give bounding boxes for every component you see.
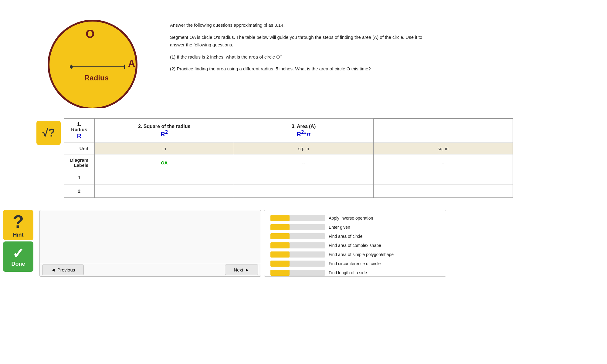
- svg-text:O: O: [86, 28, 95, 40]
- svg-text:Radius: Radius: [84, 74, 109, 82]
- hint-button[interactable]: ? Hint: [3, 210, 33, 240]
- row-1-input-1[interactable]: [101, 175, 228, 180]
- row-1-cell-1[interactable]: [95, 171, 234, 184]
- col-header-2: 2. Square of the radius R2: [95, 119, 234, 143]
- description: Answer the following questions approxima…: [170, 12, 431, 77]
- data-row-2: 2: [64, 184, 513, 198]
- legend-item-4: Find area of simple polygon/shape: [270, 251, 440, 258]
- legend-bar-wrap-6: [270, 270, 325, 276]
- legend-text-5: Find circumference of circle: [329, 261, 381, 266]
- legend-bar-3: [270, 242, 290, 248]
- question-mark-icon: ?: [13, 213, 24, 231]
- legend-text-3: Find area of complex shape: [329, 243, 381, 248]
- previous-button[interactable]: ◄ Previous: [42, 265, 84, 275]
- unit-row: Unit in sq. in sq. in: [64, 143, 513, 154]
- legend-bar-2: [270, 233, 290, 239]
- legend-text-1: Enter given: [329, 225, 350, 230]
- diagram-cell-1: OA: [95, 154, 234, 171]
- col-header-3: 3. Area (A) R2*π: [234, 119, 373, 143]
- hint-label: Hint: [13, 232, 24, 238]
- legend-text-4: Find area of simple polygon/shape: [329, 252, 394, 257]
- legend-text-6: Find length of a side: [329, 270, 367, 275]
- bottom-section: ? Hint ✓ Done ◄ Previous Next ► Apply: [0, 207, 607, 277]
- desc-q2: (2) Practice finding the area using a di…: [170, 65, 431, 73]
- diagram-label: Diagram Labels: [64, 154, 95, 171]
- next-label: Next: [234, 267, 243, 272]
- row-2-input-1[interactable]: [101, 188, 228, 194]
- left-buttons: ? Hint ✓ Done: [3, 210, 36, 277]
- left-arrow-icon: ◄: [51, 267, 56, 272]
- legend-item-3: Find area of complex shape: [270, 242, 440, 248]
- legend-bar-wrap-0: [270, 215, 325, 221]
- legend-bar-wrap-1: [270, 224, 325, 230]
- next-button[interactable]: Next ►: [225, 265, 258, 275]
- top-section: O A Radius Answer the following question…: [0, 0, 607, 115]
- circle-diagram: O A Radius: [36, 12, 152, 109]
- legend-bar-wrap-2: [270, 233, 325, 239]
- legend-bar-wrap-5: [270, 261, 325, 267]
- unit-cell-1: in: [95, 143, 234, 154]
- legend-bar-1: [270, 224, 290, 230]
- table-icon: √?: [36, 121, 61, 145]
- legend-item-0: Apply inverse operation: [270, 215, 440, 221]
- unit-cell-3: sq. in: [373, 143, 513, 154]
- row-1-input-3[interactable]: [380, 175, 507, 180]
- row-2-input-2[interactable]: [240, 188, 367, 194]
- legend-item-6: Find length of a side: [270, 270, 440, 276]
- done-label: Done: [12, 261, 25, 267]
- row-2-input-3[interactable]: [380, 188, 507, 194]
- previous-label: Previous: [57, 267, 75, 272]
- legend-item-2: Find area of circle: [270, 233, 440, 239]
- nav-bar: ◄ Previous Next ►: [40, 263, 261, 276]
- row-1-input-2[interactable]: [240, 175, 367, 180]
- center-area: ◄ Previous Next ►: [39, 210, 261, 277]
- desc-line1: Answer the following questions approxima…: [170, 21, 431, 29]
- legend-bar-5: [270, 261, 290, 267]
- diagram-labels-row: Diagram Labels OA -- --: [64, 154, 513, 171]
- done-button[interactable]: ✓ Done: [3, 241, 33, 272]
- legend-item-1: Enter given: [270, 224, 440, 230]
- right-legend: Apply inverse operation Enter given Find…: [264, 210, 446, 277]
- unit-cell-2: sq. in: [234, 143, 373, 154]
- col-header-1: 1. Radius R: [64, 119, 95, 143]
- row-2-cell-3[interactable]: [373, 184, 513, 198]
- main-table: 1. Radius R 2. Square of the radius R2 3…: [64, 118, 513, 198]
- data-row-1: 1: [64, 171, 513, 184]
- svg-text:A: A: [128, 58, 135, 69]
- legend-bar-wrap-3: [270, 242, 325, 248]
- legend-text-2: Find area of circle: [329, 234, 362, 239]
- legend-bar-6: [270, 270, 290, 276]
- row-1-cell-2[interactable]: [234, 171, 373, 184]
- row-2-cell-2[interactable]: [234, 184, 373, 198]
- diagram-cell-3: --: [373, 154, 513, 171]
- row-1-cell-3[interactable]: [373, 171, 513, 184]
- row-1-num: 1: [64, 171, 95, 184]
- legend-item-5: Find circumference of circle: [270, 261, 440, 267]
- legend-bar-4: [270, 251, 290, 258]
- unit-label: Unit: [64, 143, 95, 154]
- legend-text-0: Apply inverse operation: [329, 216, 373, 221]
- legend-bar-0: [270, 215, 290, 221]
- legend-bar-wrap-4: [270, 251, 325, 258]
- row-2-cell-1[interactable]: [95, 184, 234, 198]
- desc-line2: Segment OA is circle O's radius. The tab…: [170, 33, 431, 49]
- text-input[interactable]: [40, 210, 261, 263]
- desc-q1: (1) If the radius is 2 inches, what is t…: [170, 53, 431, 61]
- table-section: √? 1. Radius R 2. Square of the radius R…: [0, 115, 607, 207]
- checkmark-icon: ✓: [12, 246, 24, 261]
- row-2-num: 2: [64, 184, 95, 198]
- diagram-cell-2: --: [234, 154, 373, 171]
- right-arrow-icon: ►: [245, 267, 249, 272]
